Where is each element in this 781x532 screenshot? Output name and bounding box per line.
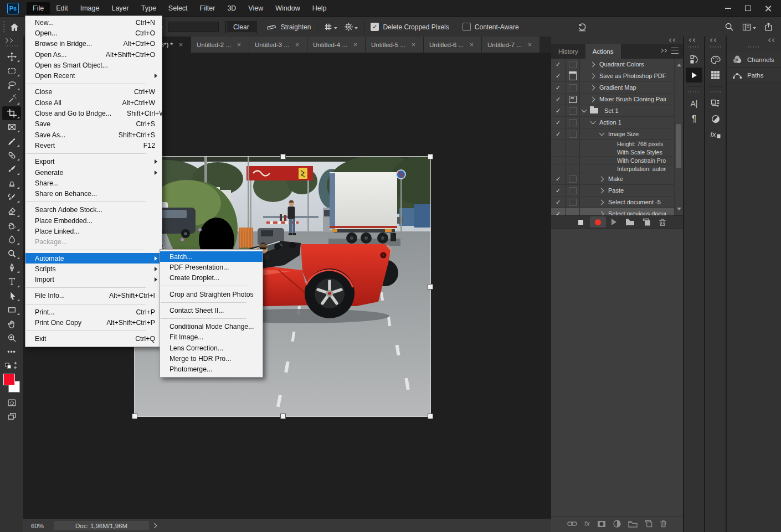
tab-close-icon[interactable]: × xyxy=(351,41,359,49)
document-tab[interactable]: Untitled-4 ... × xyxy=(307,37,366,53)
tab-close-icon[interactable]: × xyxy=(467,41,476,49)
action-include-checkmark[interactable]: ✓ xyxy=(551,59,566,70)
menu-item[interactable]: New... Ctrl+N xyxy=(25,17,162,28)
eraser-tool[interactable] xyxy=(2,204,21,218)
new-set-folder-button[interactable] xyxy=(624,216,636,228)
disclosure-arrow-icon[interactable] xyxy=(599,131,604,136)
action-dialog-toggle[interactable] xyxy=(566,128,580,140)
status-chevron-icon[interactable] xyxy=(152,523,157,529)
tab-close-icon[interactable]: × xyxy=(409,41,418,49)
crop-handle-bottom-left[interactable] xyxy=(132,414,137,419)
action-include-checkmark[interactable]: ✓ xyxy=(551,208,566,215)
menu-item[interactable]: Conditional Mode Change... xyxy=(160,321,263,332)
brush-tool[interactable] xyxy=(2,162,21,176)
menu-item[interactable]: PDF Presentation... xyxy=(160,262,263,272)
menu-item[interactable]: Place Linked... xyxy=(25,226,162,236)
marquee-tool[interactable] xyxy=(2,64,21,78)
menu-item[interactable]: Open As... Alt+Shift+Ctrl+O xyxy=(25,49,162,60)
crop-handle-bottom-center[interactable] xyxy=(280,414,286,419)
action-row[interactable]: ✓ Action 1 xyxy=(551,117,675,128)
tab-close-icon[interactable]: × xyxy=(526,41,534,49)
content-aware-checkbox[interactable] xyxy=(463,23,471,31)
crop-handle-middle-right[interactable] xyxy=(428,284,433,290)
panel-menu-icon[interactable] xyxy=(671,48,679,54)
menu-item[interactable] xyxy=(160,283,263,289)
toolbar-expand-icon[interactable] xyxy=(4,39,13,42)
libraries-panel-icon[interactable] xyxy=(707,96,724,111)
menu-item[interactable]: Close Ctrl+W xyxy=(25,87,162,97)
action-include-checkmark[interactable]: ✓ xyxy=(551,197,566,208)
action-row[interactable]: Interpolation: automatic xyxy=(551,165,675,173)
menu-item[interactable]: Search Adobe Stock... xyxy=(25,205,162,215)
clone-stamp-tool[interactable] xyxy=(2,177,21,190)
dodge-tool[interactable] xyxy=(2,246,21,260)
straighten-label[interactable]: Straighten xyxy=(281,23,311,31)
action-dialog-toggle[interactable] xyxy=(566,197,580,208)
blur-tool[interactable] xyxy=(2,233,21,246)
shape-tool[interactable] xyxy=(2,303,21,317)
menu-item[interactable]: Share on Behance... xyxy=(25,188,162,199)
menu-item[interactable]: Place Embedded... xyxy=(25,215,162,226)
menu-item[interactable]: Open... Ctrl+O xyxy=(25,28,162,38)
menubar-item[interactable]: Image xyxy=(74,2,106,14)
action-include-checkmark[interactable] xyxy=(551,140,566,148)
panel-tab[interactable]: History xyxy=(551,44,585,59)
action-include-checkmark[interactable] xyxy=(551,148,566,156)
menu-item[interactable]: Batch... xyxy=(160,251,263,262)
straighten-icon[interactable] xyxy=(266,23,277,32)
menu-item[interactable]: Save As... Shift+Ctrl+S xyxy=(25,130,162,140)
panel-tab[interactable]: Actions xyxy=(585,44,621,59)
action-row[interactable]: With Constrain Proporti... xyxy=(551,157,675,165)
menu-item[interactable]: Print... Ctrl+P xyxy=(25,307,162,317)
action-include-checkmark[interactable]: ✓ xyxy=(551,105,566,116)
home-button[interactable] xyxy=(9,22,19,32)
action-row[interactable]: ✓ Select previous docum... xyxy=(551,208,675,215)
document-size-field[interactable]: Doc: 1,96M/1,96M xyxy=(54,521,149,530)
new-action-button[interactable] xyxy=(640,216,652,228)
crop-settings-gear-icon[interactable] xyxy=(344,22,358,32)
content-aware-label[interactable]: Content-Aware xyxy=(475,23,519,31)
layer-mask-icon[interactable] xyxy=(597,520,606,528)
zoom-tool[interactable] xyxy=(2,331,21,345)
adjustments-panel-icon[interactable] xyxy=(707,111,724,126)
action-include-checkmark[interactable]: ✓ xyxy=(551,173,566,184)
frame-tool[interactable] xyxy=(2,120,21,134)
play-button[interactable] xyxy=(608,216,620,228)
action-row[interactable]: ✓ Make xyxy=(551,173,675,185)
scroll-up-icon[interactable] xyxy=(677,61,681,66)
styles-panel-icon[interactable]: fx xyxy=(707,127,724,142)
menubar-item[interactable]: Edit xyxy=(50,2,74,14)
action-row[interactable]: ✓ Gradient Map xyxy=(551,82,675,94)
action-dialog-toggle[interactable] xyxy=(566,140,580,148)
disclosure-arrow-icon[interactable] xyxy=(589,73,595,79)
color-panel-icon[interactable] xyxy=(707,52,724,67)
action-include-checkmark[interactable]: ✓ xyxy=(551,128,566,140)
menu-item[interactable]: Open as Smart Object... xyxy=(25,60,162,70)
path-selection-tool[interactable] xyxy=(2,289,21,303)
menu-item[interactable]: Share... xyxy=(25,178,162,188)
action-dialog-toggle[interactable] xyxy=(566,117,580,128)
menubar-item[interactable]: File xyxy=(27,2,50,14)
crop-ratio-input[interactable] xyxy=(168,22,219,32)
action-include-checkmark[interactable]: ✓ xyxy=(551,70,566,81)
action-include-checkmark[interactable]: ✓ xyxy=(551,94,566,105)
action-row[interactable]: ✓ Select document -5 xyxy=(551,197,675,208)
menu-item[interactable] xyxy=(25,151,162,157)
link-layers-icon[interactable] xyxy=(567,520,577,527)
menu-item[interactable] xyxy=(25,247,162,253)
menu-item[interactable]: Package... xyxy=(25,237,162,247)
menu-item[interactable]: Exit Ctrl+Q xyxy=(25,334,162,344)
action-row[interactable]: Height: 768 pixels xyxy=(551,140,675,148)
menu-item[interactable]: Import xyxy=(25,275,162,285)
move-tool[interactable] xyxy=(2,50,21,64)
menu-item[interactable] xyxy=(160,299,263,305)
menu-item[interactable]: Close All Alt+Ctrl+W xyxy=(25,97,162,108)
clear-button[interactable]: Clear xyxy=(225,21,257,33)
action-dialog-toggle[interactable] xyxy=(566,157,580,164)
history-brush-tool[interactable] xyxy=(2,190,21,204)
layer-style-fx-icon[interactable]: fx xyxy=(584,520,589,528)
tab-close-icon[interactable]: × xyxy=(293,41,301,49)
more-tools-ellipsis-icon[interactable]: ••• xyxy=(2,345,21,359)
close-button[interactable] xyxy=(760,3,775,14)
collapse-panels-icon[interactable] xyxy=(690,39,697,42)
